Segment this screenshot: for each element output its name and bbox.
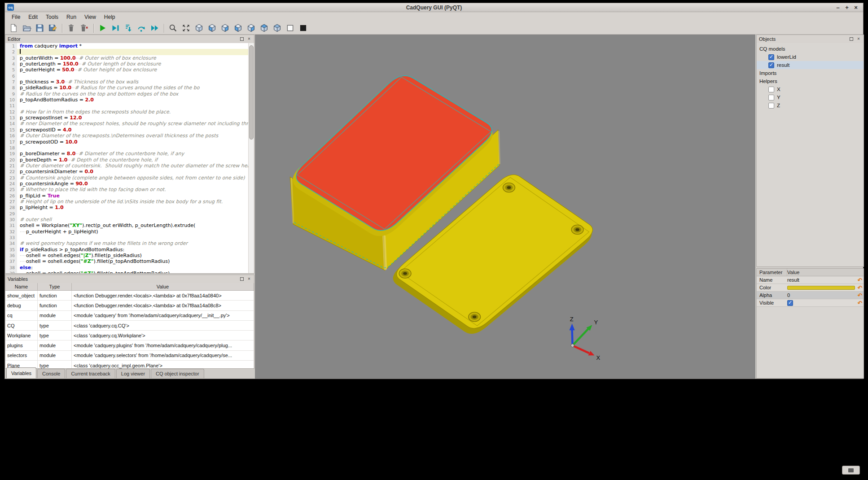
- code-line-29[interactable]: 29: [5, 211, 248, 217]
- code-line-5[interactable]: 5p_outerHeight = 50.0··# Outer height of…: [5, 67, 248, 73]
- reset-parameter-icon[interactable]: ↶: [856, 300, 864, 306]
- menu-item-edit[interactable]: Edit: [24, 13, 42, 22]
- save-as-button[interactable]: [47, 22, 58, 34]
- close-button[interactable]: ×: [851, 4, 860, 12]
- menu-item-help[interactable]: Help: [100, 13, 119, 22]
- step-into-button[interactable]: [123, 22, 134, 34]
- code-line-24[interactable]: 24p_countersinkAngle = 90.0: [5, 181, 248, 187]
- objects-group-imports[interactable]: Imports: [757, 69, 864, 77]
- code-line-17[interactable]: 17p_screwpostOD = 10.0: [5, 139, 248, 145]
- parameter-row-color[interactable]: Color↶: [757, 284, 864, 292]
- code-line-1[interactable]: 1from cadquery import *: [5, 43, 248, 49]
- variables-close-icon[interactable]: ×: [246, 276, 252, 282]
- maximize-button[interactable]: +: [842, 4, 851, 12]
- reset-parameter-icon[interactable]: ↶: [856, 284, 864, 291]
- parameter-row-alpha[interactable]: Alpha0↶: [757, 292, 864, 299]
- variable-row-show_object[interactable]: show_objectfunction<function Debugger.re…: [5, 291, 254, 301]
- status-grip[interactable]: [842, 466, 860, 475]
- code-line-35[interactable]: 35if p_sideRadius > p_topAndBottomRadius…: [5, 247, 248, 253]
- reset-parameter-icon[interactable]: ↶: [856, 277, 864, 284]
- new-script-button[interactable]: [8, 22, 19, 34]
- code-line-28[interactable]: 28p_lipHeight = 1.0: [5, 205, 248, 210]
- code-line-19[interactable]: 19p_boreDiameter = 8.0··# Diameter of th…: [5, 151, 248, 157]
- column-header-value[interactable]: Value: [787, 270, 864, 275]
- code-line-23[interactable]: 23# Countersink angle (complete angle be…: [5, 175, 248, 181]
- code-line-38[interactable]: 38else:: [5, 265, 248, 271]
- visibility-checkbox[interactable]: [768, 103, 774, 109]
- tab-console[interactable]: Console: [37, 369, 65, 378]
- editor-float-icon[interactable]: [239, 36, 245, 42]
- back-view-button[interactable]: [219, 22, 231, 34]
- code-line-16[interactable]: 16# Outer Diameter of the screwposts.\nD…: [5, 133, 248, 139]
- step-over-button[interactable]: [136, 22, 147, 34]
- minimize-button[interactable]: –: [833, 4, 842, 12]
- wireframe-view-button[interactable]: [284, 22, 296, 34]
- variable-row-plugins[interactable]: pluginsmodule<module 'cadquery.plugins' …: [5, 340, 254, 350]
- debug-button[interactable]: [110, 22, 121, 34]
- objects-float-icon[interactable]: [849, 36, 854, 42]
- parameter-row-visible[interactable]: Visible↶: [757, 299, 864, 307]
- zoom-button[interactable]: [167, 22, 179, 34]
- code-line-8[interactable]: 8p_sideRadius = 10.0··# Radius for the c…: [5, 85, 248, 91]
- code-line-31[interactable]: 31oshell = Workplane("XY").rect(p_out er…: [5, 223, 248, 228]
- objects-group-cq-models[interactable]: CQ models: [757, 45, 864, 53]
- code-line-10[interactable]: 10p_topAndBottomRadius = 2.0: [5, 97, 248, 103]
- parameter-value[interactable]: [787, 300, 856, 306]
- column-header-name[interactable]: Name: [5, 283, 38, 290]
- parameter-value[interactable]: [787, 286, 856, 290]
- variable-row-CQ[interactable]: CQtype<class 'cadquery.cq.CQ'>: [5, 321, 254, 331]
- code-line-14[interactable]: 14# nner Diameter of the screwpost holes…: [5, 121, 248, 127]
- parameter-row-name[interactable]: Nameresult↶: [757, 276, 864, 284]
- tab-cq-object-inspector[interactable]: CQ object inspector: [151, 369, 204, 378]
- visibility-checkbox[interactable]: [768, 87, 774, 92]
- tab-variables[interactable]: Variables: [6, 367, 36, 378]
- tab-current-traceback[interactable]: Current traceback: [66, 369, 115, 378]
- code-line-34[interactable]: 34# weird geometry happens if we make th…: [5, 240, 248, 246]
- code-line-6[interactable]: 6: [5, 73, 248, 79]
- tab-log-viewer[interactable]: Log viewer: [116, 369, 150, 378]
- variables-float-icon[interactable]: [239, 276, 245, 282]
- left-view-button[interactable]: [232, 22, 244, 34]
- column-header-value[interactable]: Value: [72, 283, 254, 290]
- code-line-39[interactable]: 39····oshell = oshell.edges("#Z").fillet…: [5, 271, 248, 273]
- column-header-parameter[interactable]: Parameter: [757, 269, 787, 276]
- code-line-25[interactable]: 25# Whether to place the lid with the to…: [5, 187, 248, 192]
- title-bar[interactable]: cq CadQuery GUI (PyQT) – + ×: [5, 3, 863, 12]
- menu-item-view[interactable]: View: [80, 13, 100, 22]
- code-line-22[interactable]: 22p_countersinkDiameter = 0.0: [5, 169, 248, 175]
- menu-item-run[interactable]: Run: [62, 13, 80, 22]
- code-line-7[interactable]: 7p_thickness = 3.0··# Thickness of the b…: [5, 79, 248, 85]
- shaded-view-button[interactable]: [297, 22, 309, 34]
- open-script-button[interactable]: [21, 22, 32, 34]
- code-line-26[interactable]: 26p_flipLid = True: [5, 193, 248, 199]
- code-line-4[interactable]: 4p_outerLength = 150.0··# Outer length o…: [5, 61, 248, 67]
- code-line-37[interactable]: 37····oshell = oshell.edges("#Z").fillet…: [5, 258, 248, 264]
- editor-scrollbar[interactable]: [248, 43, 254, 273]
- reset-parameter-icon[interactable]: ↶: [856, 292, 864, 299]
- code-line-20[interactable]: 20p_boreDepth = 1.0··# Depth of the coun…: [5, 157, 248, 163]
- code-line-27[interactable]: 27# Height of lip on the underside of th…: [5, 199, 248, 205]
- right-view-button[interactable]: [245, 22, 257, 34]
- code-line-33[interactable]: 33: [5, 235, 248, 240]
- code-line-11[interactable]: 11: [5, 103, 248, 109]
- code-line-36[interactable]: 36····oshell = oshell.edges("|Z").fillet…: [5, 253, 248, 258]
- bottom-view-button[interactable]: [271, 22, 283, 34]
- variable-row-Workplane[interactable]: Workplanetype<class 'cadquery.cq.Workpla…: [5, 331, 254, 340]
- fit-view-button[interactable]: [180, 22, 192, 34]
- visibility-checkbox[interactable]: [768, 95, 774, 100]
- visibility-checkbox[interactable]: [768, 62, 774, 68]
- objects-item-result[interactable]: result: [757, 61, 864, 69]
- viewport-3d[interactable]: Z Y X: [255, 35, 755, 379]
- front-view-button[interactable]: [206, 22, 218, 34]
- code-line-3[interactable]: 3p_outerWidth = 100.0··# Outer width of …: [5, 55, 248, 61]
- delete-all-button[interactable]: [78, 22, 90, 34]
- save-script-button[interactable]: [34, 22, 45, 34]
- continue-button[interactable]: [149, 22, 160, 34]
- visibility-checkbox[interactable]: [768, 54, 774, 60]
- objects-group-helpers[interactable]: Helpers: [757, 77, 864, 85]
- objects-item-z[interactable]: Z: [757, 101, 864, 109]
- variable-row-debug[interactable]: debugfunction<function Debugger.render.<…: [5, 301, 254, 310]
- column-header-type[interactable]: Type: [38, 283, 72, 290]
- code-editor[interactable]: 1from cadquery import *23p_outerWidth = …: [5, 43, 254, 273]
- variable-row-selectors[interactable]: selectorsmodule<module 'cadquery.selecto…: [5, 351, 254, 361]
